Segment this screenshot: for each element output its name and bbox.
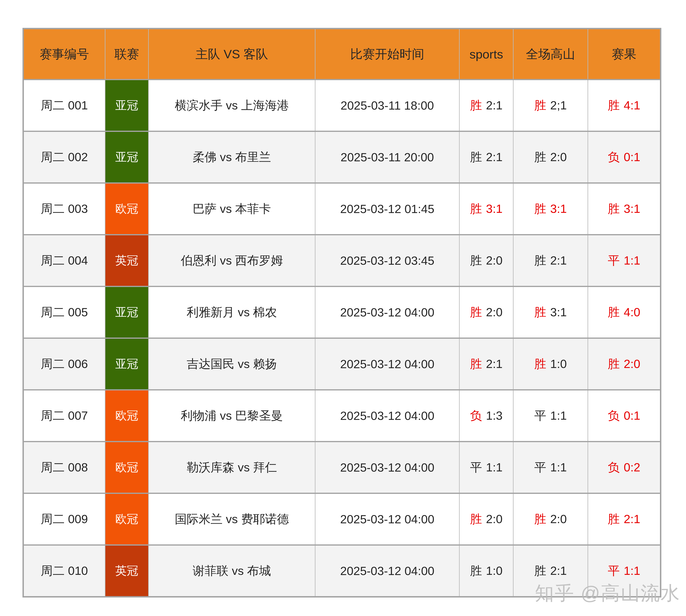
table-row: 周二 007 欧冠 利物浦 vs 巴黎圣曼 2025-03-12 04:00 负… bbox=[23, 390, 661, 442]
watermark: 知乎 @高山流水 bbox=[535, 580, 681, 607]
sports-score: 3:1 bbox=[486, 202, 503, 215]
table-row: 周二 005 亚冠 利雅新月 vs 棉农 2025-03-12 04:00 胜2… bbox=[23, 286, 661, 338]
sports-score: 2:1 bbox=[486, 150, 503, 164]
start-time-cell: 2025-03-12 03:45 bbox=[315, 235, 460, 286]
table-row: 周二 003 欧冠 巴萨 vs 本菲卡 2025-03-12 01:45 胜3:… bbox=[23, 183, 661, 235]
result-score: 0:2 bbox=[624, 461, 640, 474]
league-cell: 欧冠 bbox=[105, 493, 149, 545]
sports-score: 2:0 bbox=[486, 254, 503, 267]
fulltime-outcome: 平 bbox=[534, 409, 546, 422]
table-row: 周二 009 欧冠 国际米兰 vs 费耶诺德 2025-03-12 04:00 … bbox=[23, 493, 661, 545]
fulltime-cell: 胜2:1 bbox=[513, 235, 588, 286]
league-cell: 亚冠 bbox=[105, 131, 149, 183]
start-time-cell: 2025-03-12 04:00 bbox=[315, 390, 460, 442]
sports-outcome: 胜 bbox=[470, 150, 482, 164]
sports-cell: 胜2:0 bbox=[460, 286, 513, 338]
match-number-cell: 周二 005 bbox=[23, 286, 105, 338]
sports-score: 2:1 bbox=[486, 357, 503, 371]
sports-outcome: 胜 bbox=[470, 306, 482, 319]
fulltime-outcome: 胜 bbox=[534, 512, 546, 526]
sports-cell: 胜2:1 bbox=[460, 338, 513, 390]
sports-outcome: 平 bbox=[470, 461, 482, 474]
match-number-cell: 周二 006 bbox=[23, 338, 105, 390]
sports-cell: 胜2:0 bbox=[460, 493, 513, 545]
sports-outcome: 负 bbox=[470, 409, 482, 422]
teams-cell: 利物浦 vs 巴黎圣曼 bbox=[149, 390, 315, 442]
match-number-cell: 周二 003 bbox=[23, 183, 105, 235]
fulltime-outcome: 平 bbox=[534, 461, 546, 474]
sports-outcome: 胜 bbox=[470, 564, 482, 577]
sports-cell: 胜2:0 bbox=[460, 235, 513, 286]
start-time-cell: 2025-03-12 04:00 bbox=[315, 442, 460, 493]
result-cell: 胜2:0 bbox=[588, 338, 661, 390]
teams-cell: 国际米兰 vs 费耶诺德 bbox=[149, 493, 315, 545]
sports-score: 2:0 bbox=[486, 512, 503, 526]
fulltime-outcome: 胜 bbox=[534, 254, 546, 267]
match-number-cell: 周二 001 bbox=[23, 80, 105, 131]
teams-cell: 伯恩利 vs 西布罗姆 bbox=[149, 235, 315, 286]
result-outcome: 负 bbox=[608, 409, 620, 422]
teams-cell: 横滨水手 vs 上海海港 bbox=[149, 80, 315, 131]
fulltime-score: 2;1 bbox=[550, 98, 567, 112]
table-row: 周二 006 亚冠 吉达国民 vs 赖扬 2025-03-12 04:00 胜2… bbox=[23, 338, 661, 390]
result-score: 0:1 bbox=[624, 409, 640, 422]
table-row: 周二 001 亚冠 横滨水手 vs 上海海港 2025-03-11 18:00 … bbox=[23, 80, 661, 131]
result-outcome: 平 bbox=[608, 254, 620, 267]
fulltime-score: 2:1 bbox=[550, 564, 567, 577]
start-time-cell: 2025-03-12 04:00 bbox=[315, 545, 460, 597]
sports-score: 1:1 bbox=[486, 461, 503, 474]
start-time-cell: 2025-03-12 04:00 bbox=[315, 493, 460, 545]
header-row: 赛事编号 联赛 主队 VS 客队 比赛开始时间 sports 全场高山 赛果 bbox=[23, 29, 661, 80]
fulltime-cell: 胜3:1 bbox=[513, 183, 588, 235]
start-time-cell: 2025-03-12 01:45 bbox=[315, 183, 460, 235]
start-time-cell: 2025-03-11 20:00 bbox=[315, 131, 460, 183]
fulltime-score: 2:1 bbox=[550, 254, 567, 267]
sports-cell: 平1:1 bbox=[460, 442, 513, 493]
sports-score: 1:3 bbox=[486, 409, 503, 422]
fulltime-score: 3:1 bbox=[550, 202, 567, 215]
teams-cell: 谢菲联 vs 布城 bbox=[149, 545, 315, 597]
league-cell: 欧冠 bbox=[105, 442, 149, 493]
league-cell: 亚冠 bbox=[105, 80, 149, 131]
sports-outcome: 胜 bbox=[470, 512, 482, 526]
teams-cell: 柔佛 vs 布里兰 bbox=[149, 131, 315, 183]
fulltime-score: 2:0 bbox=[550, 512, 567, 526]
result-outcome: 负 bbox=[608, 150, 620, 164]
col-header-sports: sports bbox=[460, 29, 513, 80]
fulltime-outcome: 胜 bbox=[534, 564, 546, 577]
result-cell: 胜4:0 bbox=[588, 286, 661, 338]
table-row: 周二 004 英冠 伯恩利 vs 西布罗姆 2025-03-12 03:45 胜… bbox=[23, 235, 661, 286]
result-outcome: 胜 bbox=[608, 357, 620, 371]
sports-score: 2:0 bbox=[486, 306, 503, 319]
result-cell: 负0:1 bbox=[588, 131, 661, 183]
result-cell: 胜2:1 bbox=[588, 493, 661, 545]
sports-outcome: 胜 bbox=[470, 202, 482, 215]
sports-cell: 胜2:1 bbox=[460, 80, 513, 131]
start-time-cell: 2025-03-12 04:00 bbox=[315, 286, 460, 338]
col-header-teams: 主队 VS 客队 bbox=[149, 29, 315, 80]
match-number-cell: 周二 010 bbox=[23, 545, 105, 597]
result-score: 2:0 bbox=[624, 357, 640, 371]
col-header-match-no: 赛事编号 bbox=[23, 29, 105, 80]
result-outcome: 胜 bbox=[608, 306, 620, 319]
match-number-cell: 周二 002 bbox=[23, 131, 105, 183]
fulltime-cell: 胜3:1 bbox=[513, 286, 588, 338]
col-header-result: 赛果 bbox=[588, 29, 661, 80]
start-time-cell: 2025-03-12 04:00 bbox=[315, 338, 460, 390]
teams-cell: 勒沃库森 vs 拜仁 bbox=[149, 442, 315, 493]
fulltime-cell: 胜2:0 bbox=[513, 131, 588, 183]
fulltime-score: 1:1 bbox=[550, 409, 567, 422]
result-outcome: 胜 bbox=[608, 512, 620, 526]
fulltime-score: 1:0 bbox=[550, 357, 567, 371]
fulltime-outcome: 胜 bbox=[534, 150, 546, 164]
result-score: 4:1 bbox=[624, 98, 640, 112]
result-cell: 胜4:1 bbox=[588, 80, 661, 131]
match-results-table: 赛事编号 联赛 主队 VS 客队 比赛开始时间 sports 全场高山 赛果 周… bbox=[22, 28, 661, 597]
result-score: 1:1 bbox=[624, 564, 640, 577]
result-outcome: 胜 bbox=[608, 202, 620, 215]
result-score: 3:1 bbox=[624, 202, 640, 215]
result-cell: 负0:1 bbox=[588, 390, 661, 442]
result-outcome: 负 bbox=[608, 461, 620, 474]
match-number-cell: 周二 004 bbox=[23, 235, 105, 286]
result-cell: 负0:2 bbox=[588, 442, 661, 493]
